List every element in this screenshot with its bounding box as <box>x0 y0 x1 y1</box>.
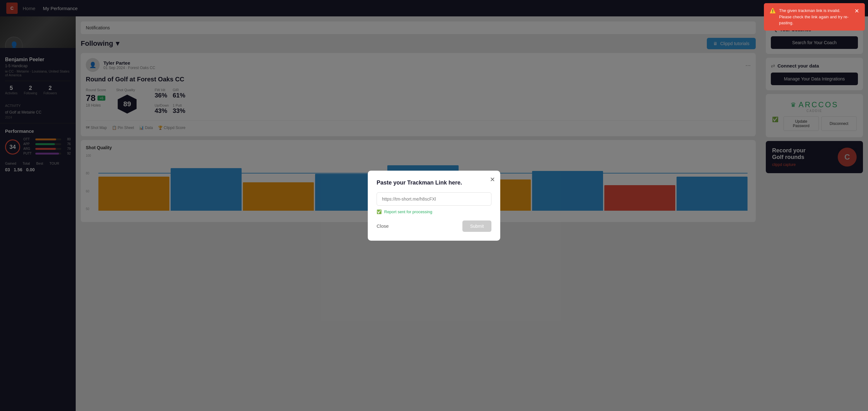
modal-close-button[interactable]: Close <box>377 223 389 229</box>
modal-actions: Close Submit <box>377 220 491 232</box>
success-message: ✅ Report sent for processing <box>377 210 491 214</box>
modal-title: Paste your Trackman Link here. <box>377 180 491 186</box>
error-message: The given trackman link is invalid. Plea… <box>779 7 851 26</box>
trackman-modal: Paste your Trackman Link here. ✕ ✅ Repor… <box>368 171 500 241</box>
warning-icon: ⚠️ <box>770 7 776 13</box>
trackman-link-input[interactable] <box>377 192 491 205</box>
success-text: Report sent for processing <box>384 210 432 214</box>
modal-submit-button[interactable]: Submit <box>462 220 491 232</box>
success-check-icon: ✅ <box>377 210 382 214</box>
error-toast: ⚠️ The given trackman link is invalid. P… <box>764 3 865 31</box>
error-close-button[interactable]: ✕ <box>855 7 859 14</box>
modal-close-x-button[interactable]: ✕ <box>490 176 495 183</box>
modal-overlay: Paste your Trackman Link here. ✕ ✅ Repor… <box>0 0 868 411</box>
